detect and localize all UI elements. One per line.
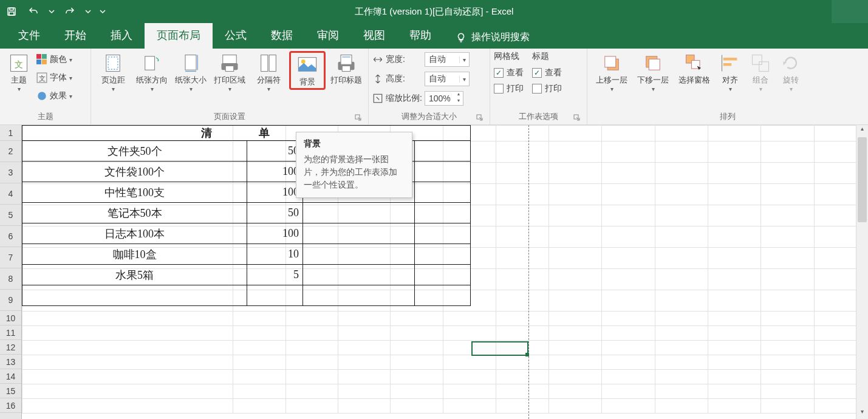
width-icon: [372, 54, 383, 65]
row-header[interactable]: 10: [0, 311, 21, 325]
tab-page-layout[interactable]: 页面布局: [145, 22, 213, 49]
page-setup-launcher[interactable]: [355, 114, 362, 121]
row-header[interactable]: 3: [0, 162, 21, 183]
height-dropdown[interactable]: 自动▾: [425, 72, 470, 86]
tab-data[interactable]: 数据: [259, 22, 305, 49]
row-header[interactable]: 4: [0, 183, 21, 205]
svg-rect-6: [42, 54, 47, 59]
svg-rect-40: [723, 63, 732, 66]
svg-point-11: [38, 92, 46, 100]
print-titles-button[interactable]: 打印标题: [328, 51, 364, 85]
svg-text:文: 文: [39, 75, 46, 82]
orientation-button[interactable]: 纸张方向▾: [134, 51, 170, 92]
row-header[interactable]: 9: [0, 290, 21, 311]
group-button[interactable]: 组合▾: [745, 51, 776, 92]
row-header[interactable]: 5: [0, 205, 21, 226]
height-icon: [372, 73, 383, 84]
svg-rect-14: [145, 56, 155, 70]
tab-formulas[interactable]: 公式: [213, 22, 259, 49]
tab-review[interactable]: 审阅: [305, 22, 351, 49]
theme-effects-button[interactable]: 效果▾: [36, 87, 72, 104]
sheet-options-launcher[interactable]: [573, 114, 581, 121]
row-header[interactable]: 2: [0, 141, 21, 162]
row-header[interactable]: 7: [0, 247, 21, 268]
table-row: 咖啡10盒10: [22, 244, 471, 265]
send-backward-button[interactable]: 下移一层▾: [632, 51, 674, 92]
align-button[interactable]: 对齐▾: [715, 51, 745, 92]
table-row: 日志本100本100: [22, 223, 471, 244]
tab-help[interactable]: 帮助: [397, 22, 443, 49]
svg-rect-36: [649, 59, 660, 70]
scale-spinner[interactable]: 100%▴▾: [425, 91, 463, 106]
svg-rect-12: [106, 55, 120, 72]
table-row: [22, 285, 471, 306]
row-header[interactable]: 12: [0, 340, 21, 355]
tab-insert[interactable]: 插入: [98, 22, 145, 49]
row-header[interactable]: 6: [0, 226, 21, 247]
save-button[interactable]: [5, 5, 18, 18]
headings-view-checkbox[interactable]: ✓查看: [532, 66, 562, 80]
tab-file[interactable]: 文件: [6, 22, 52, 49]
tab-home[interactable]: 开始: [52, 22, 98, 49]
svg-rect-20: [225, 66, 234, 72]
print-area-button[interactable]: 打印区域▾: [211, 51, 248, 92]
undo-button[interactable]: [27, 5, 40, 18]
gridlines-print-checkbox[interactable]: 打印: [494, 81, 524, 96]
group-themes: 文 主题 ▾ 颜色▾ 文 字体▾ 效果▾ 主题: [0, 49, 91, 124]
rotate-button[interactable]: 旋转▾: [776, 51, 806, 92]
svg-rect-39: [723, 58, 737, 61]
margins-button[interactable]: 页边距▾: [95, 51, 131, 92]
tell-me-search[interactable]: 操作说明搜索: [447, 26, 538, 49]
scale-launcher[interactable]: [476, 114, 484, 121]
title-bar-right: [832, 0, 868, 23]
theme-fonts-button[interactable]: 文 字体▾: [36, 69, 72, 86]
cell-grid[interactable]: 清 单 文件夹50个50 文件袋100个100 中性笔100支100 笔记本50…: [22, 125, 868, 419]
scroll-up-icon[interactable]: ▴: [856, 125, 868, 136]
tab-view[interactable]: 视图: [351, 22, 397, 49]
tell-me-label: 操作说明搜索: [471, 31, 530, 44]
breaks-button[interactable]: 分隔符▾: [250, 51, 287, 92]
group-sheet-options: 网格线 ✓查看 打印 标题 ✓查看 打印 工作表选项: [490, 49, 587, 124]
svg-rect-34: [605, 56, 616, 67]
svg-rect-28: [342, 66, 350, 72]
quick-access-toolbar: [0, 5, 106, 18]
svg-text:文: 文: [15, 60, 23, 69]
background-button[interactable]: 背景: [289, 51, 326, 90]
vertical-scrollbar[interactable]: ▴ ▾: [856, 125, 868, 419]
width-dropdown[interactable]: 自动▾: [425, 52, 470, 67]
scale-icon: [372, 93, 383, 104]
scroll-thumb[interactable]: [858, 137, 867, 222]
row-header[interactable]: 11: [0, 325, 21, 340]
svg-rect-21: [261, 55, 268, 72]
row-header[interactable]: 8: [0, 268, 21, 290]
scroll-down-icon[interactable]: ▾: [856, 408, 868, 419]
qat-customize-button[interactable]: [100, 5, 106, 18]
theme-colors-button[interactable]: 颜色▾: [36, 51, 72, 68]
redo-dropdown[interactable]: [85, 5, 91, 18]
themes-button[interactable]: 文 主题 ▾: [4, 51, 34, 92]
row-header[interactable]: 16: [0, 398, 21, 413]
table-row: 水果5箱5: [22, 265, 471, 285]
svg-rect-1: [10, 8, 13, 10]
svg-rect-26: [341, 55, 352, 65]
row-header[interactable]: 14: [0, 369, 21, 384]
window-title: 工作簿1 (version 1)[已自动还原] - Excel: [355, 6, 514, 18]
row-header[interactable]: 1: [0, 125, 21, 141]
bring-forward-button[interactable]: 上移一层▾: [591, 51, 632, 92]
gridlines-view-checkbox[interactable]: ✓查看: [494, 66, 524, 80]
page-break-line: [528, 125, 529, 419]
ribbon: 文 主题 ▾ 颜色▾ 文 字体▾ 效果▾ 主题: [0, 49, 868, 125]
headings-print-checkbox[interactable]: 打印: [532, 81, 562, 96]
gridlines-label: 网格线: [494, 51, 524, 64]
selection-pane-button[interactable]: 选择窗格: [674, 51, 715, 85]
group-arrange: 上移一层▾ 下移一层▾ 选择窗格 对齐▾ 组合▾ 旋转▾: [587, 49, 868, 124]
row-header[interactable]: 13: [0, 355, 21, 369]
size-button[interactable]: 纸张大小▾: [173, 51, 209, 92]
svg-rect-5: [36, 54, 41, 59]
redo-button[interactable]: [63, 5, 77, 18]
group-scale-to-fit: 宽度: 自动▾ 高度: 自动▾ 缩放比例: 100%▴▾ 调整为合适大小: [369, 49, 490, 124]
undo-dropdown[interactable]: [49, 5, 55, 18]
row-headers: 1 2 3 4 5 6 7 8 9 10 11 12 13 14 15 16: [0, 125, 22, 419]
lightbulb-icon: [456, 32, 466, 43]
row-header[interactable]: 15: [0, 384, 21, 398]
